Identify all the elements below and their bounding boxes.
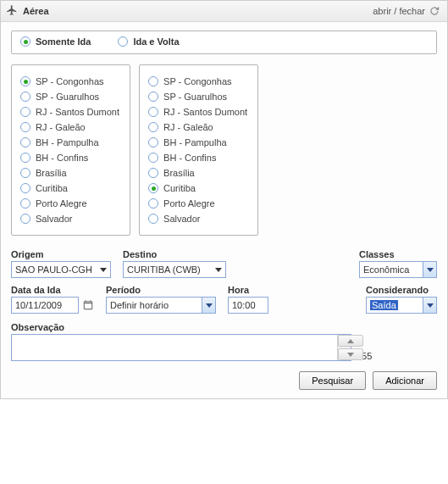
data-ida-value: 10/11/2009	[15, 300, 62, 310]
radio-icon	[20, 122, 30, 132]
toggle-panel-label: abrir / fechar	[373, 6, 425, 16]
origem-value: SAO PAULO-CGH	[15, 264, 92, 275]
trip-round-option[interactable]: Ida e Volta	[118, 36, 179, 47]
panel-body: Somente Ida Ida e Volta SP - CongonhasSP…	[1, 22, 447, 398]
radio-icon	[148, 122, 158, 132]
destination-city-option[interactable]: BH - Pampulha	[148, 135, 247, 150]
city-columns: SP - CongonhasSP - GuarulhosRJ - Santos …	[11, 64, 437, 236]
radio-icon	[148, 76, 158, 86]
origin-city-option[interactable]: Salvador	[20, 211, 119, 226]
radio-icon	[148, 137, 158, 147]
panel-header: Aérea abrir / fechar	[1, 1, 447, 22]
radio-icon	[20, 168, 30, 178]
hora-label: Hora	[228, 285, 268, 295]
considerando-select[interactable]: Saída	[366, 297, 437, 314]
dropdown-arrow-icon	[423, 262, 436, 277]
considerando-value: Saída	[370, 300, 398, 310]
destination-city-list: SP - CongonhasSP - GuarulhosRJ - Santos …	[139, 64, 258, 236]
adicionar-button[interactable]: Adicionar	[373, 371, 437, 390]
destination-city-option[interactable]: Porto Alegre	[148, 196, 247, 211]
periodo-select[interactable]: Definir horário	[106, 297, 216, 314]
classes-label: Classes	[359, 249, 437, 259]
trip-one-way-option[interactable]: Somente Ida	[20, 36, 91, 47]
radio-icon	[148, 168, 158, 178]
destination-city-label: Salvador	[163, 214, 200, 224]
origin-city-option[interactable]: Porto Alegre	[20, 196, 119, 211]
destination-city-option[interactable]: BH - Confins	[148, 150, 247, 165]
dropdown-arrow-icon	[423, 298, 436, 313]
radio-icon	[148, 183, 158, 193]
radio-icon	[20, 198, 30, 209]
radio-icon	[20, 92, 30, 102]
origin-city-option[interactable]: BH - Confins	[20, 150, 119, 165]
hora-input[interactable]: 10:00	[228, 297, 268, 314]
destination-city-option[interactable]: Salvador	[148, 211, 247, 226]
origin-city-option[interactable]: RJ - Galeão	[20, 120, 119, 135]
destination-city-option[interactable]: Curitiba	[148, 181, 247, 196]
destination-city-label: Curitiba	[163, 183, 196, 193]
footer-buttons: Pesquisar Adicionar	[11, 371, 437, 390]
refresh-icon	[429, 5, 440, 17]
origem-label: Origem	[11, 249, 111, 259]
destino-select[interactable]: CURITIBA (CWB)	[123, 261, 226, 278]
origin-city-option[interactable]: SP - Guarulhos	[20, 89, 119, 104]
radio-icon	[148, 92, 158, 102]
origin-city-label: Brasília	[36, 168, 67, 178]
calendar-icon[interactable]	[82, 299, 94, 311]
radio-icon	[148, 198, 158, 209]
scroll-up-button[interactable]	[338, 335, 363, 347]
destination-city-label: SP - Congonhas	[163, 76, 232, 86]
origin-city-option[interactable]: RJ - Santos Dumont	[20, 104, 119, 120]
origin-city-label: BH - Pampulha	[36, 137, 99, 147]
origin-city-label: BH - Confins	[36, 153, 88, 163]
toggle-panel-link[interactable]: abrir / fechar	[373, 5, 440, 17]
radio-icon	[20, 76, 30, 86]
destination-city-label: RJ - Galeão	[163, 122, 213, 132]
airplane-icon	[6, 4, 18, 18]
data-ida-label: Data da Ida	[11, 285, 94, 295]
origin-city-option[interactable]: SP - Congonhas	[20, 74, 119, 89]
origin-city-label: RJ - Galeão	[36, 122, 86, 132]
destination-city-label: BH - Confins	[163, 153, 216, 163]
radio-icon	[20, 36, 30, 47]
periodo-value: Definir horário	[110, 300, 169, 310]
data-ida-input[interactable]: 10/11/2009	[11, 297, 79, 314]
caret-down-icon	[347, 353, 354, 357]
origin-city-option[interactable]: BH - Pampulha	[20, 135, 119, 150]
destination-city-label: RJ - Santos Dumont	[163, 107, 247, 117]
classes-value: Econômica	[363, 264, 409, 275]
trip-round-label: Ida e Volta	[133, 36, 179, 47]
radio-icon	[20, 107, 30, 117]
destination-city-label: Brasília	[163, 168, 195, 178]
scrollbar[interactable]	[337, 335, 351, 360]
destination-city-label: Porto Alegre	[163, 198, 215, 209]
scroll-down-button[interactable]	[338, 348, 363, 360]
origin-city-option[interactable]: Brasília	[20, 165, 119, 181]
origin-city-label: SP - Guarulhos	[36, 92, 99, 102]
destination-city-option[interactable]: SP - Guarulhos	[148, 89, 247, 104]
radio-icon	[148, 107, 158, 117]
hora-value: 10:00	[232, 300, 256, 310]
classes-select[interactable]: Econômica	[359, 261, 437, 278]
considerando-label: Considerando	[366, 285, 437, 295]
destination-city-option[interactable]: Brasília	[148, 165, 247, 181]
origem-select[interactable]: SAO PAULO-CGH	[11, 261, 111, 278]
origin-city-label: Curitiba	[36, 183, 68, 193]
destination-city-option[interactable]: RJ - Galeão	[148, 120, 247, 135]
observacao-textarea[interactable]	[11, 334, 351, 361]
radio-icon	[20, 183, 30, 193]
radio-icon	[20, 214, 30, 224]
caret-down-icon	[100, 268, 107, 272]
radio-icon	[148, 153, 158, 163]
destination-city-option[interactable]: SP - Congonhas	[148, 74, 247, 89]
destino-label: Destino	[123, 249, 226, 259]
observacao-label: Observação	[11, 322, 64, 332]
destination-city-label: BH - Pampulha	[163, 137, 227, 147]
origin-city-label: Salvador	[36, 214, 72, 224]
panel-title: Aérea	[23, 6, 49, 16]
pesquisar-button[interactable]: Pesquisar	[299, 371, 366, 390]
origin-city-option[interactable]: Curitiba	[20, 181, 119, 196]
origin-city-label: SP - Congonhas	[36, 76, 104, 86]
destination-city-option[interactable]: RJ - Santos Dumont	[148, 104, 247, 120]
flight-search-panel: Aérea abrir / fechar Somente Ida Ida e V…	[0, 0, 448, 399]
